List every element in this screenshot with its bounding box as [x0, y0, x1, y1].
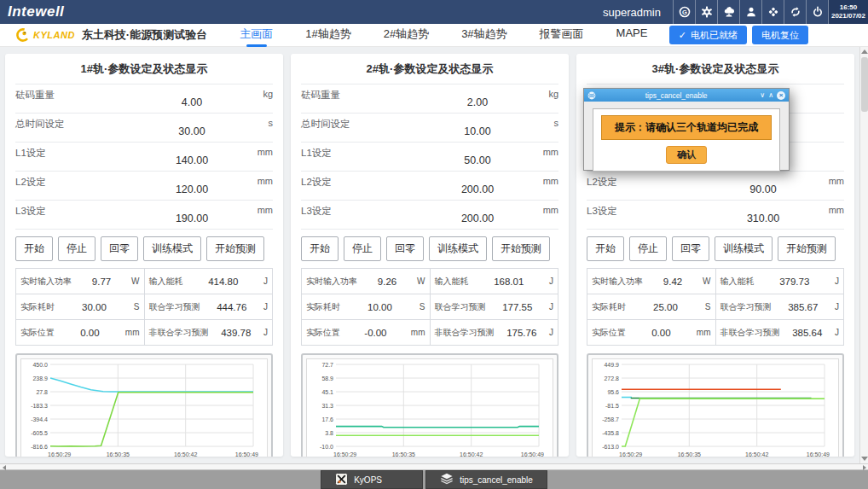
svg-text:95.6: 95.6	[607, 389, 619, 395]
user-icon[interactable]	[740, 0, 762, 24]
rail-panel-2: 2#轨·参数设定及状态显示砝码重量2.00kg总时间设定10.00sL1设定50…	[291, 54, 569, 457]
tab-3#轴趋势[interactable]: 3#轴趋势	[460, 23, 508, 47]
param-value: 310.00	[713, 201, 813, 229]
dialog-title: tips_cancel_enable	[596, 91, 756, 100]
taskbar-item-tips_cancel_enable[interactable]: tips_cancel_enable	[425, 470, 547, 489]
vertical-scrollbar[interactable]	[859, 47, 868, 463]
status-label: 实时输入功率	[592, 276, 643, 288]
scroll-down-arrow-icon[interactable]	[861, 455, 868, 463]
motor-ready-button[interactable]: ✓ 电机已就绪	[669, 26, 747, 44]
button-停止[interactable]: 停止	[344, 236, 381, 261]
dialog-close-icon[interactable]: ×	[777, 91, 785, 100]
param-unit: mm	[242, 172, 273, 200]
kyops-icon	[335, 473, 348, 487]
status-cell: 联合学习预测385.67J	[715, 294, 844, 319]
button-训练模式[interactable]: 训练模式	[715, 236, 773, 261]
svg-text:16:50:49: 16:50:49	[521, 451, 544, 457]
button-开始预测[interactable]: 开始预测	[778, 236, 836, 261]
dialog-app-icon	[587, 91, 596, 100]
svg-text:27.8: 27.8	[36, 389, 48, 395]
button-停止[interactable]: 停止	[58, 236, 95, 261]
button-开始预测[interactable]: 开始预测	[206, 236, 264, 261]
status-value: 175.76	[495, 328, 550, 338]
param-unit: mm	[242, 143, 273, 171]
status-unit: J	[263, 328, 268, 337]
button-开始[interactable]: 开始	[301, 236, 339, 261]
svg-text:58.9: 58.9	[321, 375, 333, 381]
param-unit	[813, 114, 844, 142]
motor-reset-button[interactable]: 电机复位	[752, 26, 808, 44]
status-label: 非联合学习预测	[720, 327, 780, 339]
topbar-icon-group: G	[673, 0, 829, 24]
status-value: 10.00	[340, 302, 420, 312]
trend-chart: 72.758.945.131.317.63.8-10.016:50:2916:5…	[301, 353, 558, 457]
vertical-scrollbar-thumb[interactable]	[861, 57, 868, 112]
status-unit: J	[835, 328, 839, 337]
button-停止[interactable]: 停止	[629, 236, 667, 261]
status-unit: J	[263, 302, 268, 311]
button-开始[interactable]: 开始	[15, 236, 53, 261]
nav-buttons: ✓ 电机已就绪 电机复位	[669, 26, 808, 44]
tips-dialog: tips_cancel_enable ∨ ∧ × 提示：请确认三个轨道均已完成 …	[583, 88, 790, 171]
button-回零[interactable]: 回零	[386, 236, 424, 261]
status-table: 实时输入功率9.77W输入能耗414.80J实际耗时30.00S联合学习预测44…	[15, 268, 273, 346]
panel-title: 3#轨·参数设定及状态显示	[587, 54, 844, 84]
status-cell: 实时输入功率9.77W	[16, 269, 144, 294]
dialog-minimize-icon[interactable]: ∨	[760, 92, 765, 99]
svg-text:16:50:35: 16:50:35	[392, 451, 415, 457]
button-回零[interactable]: 回零	[101, 236, 138, 261]
scroll-up-arrow-icon[interactable]	[861, 48, 868, 55]
horizontal-scrollbar[interactable]	[0, 463, 868, 470]
param-label: 总时间设定	[301, 114, 427, 142]
button-开始预测[interactable]: 开始预测	[492, 236, 550, 261]
trend-chart-plot: 449.9272.895.6-81.5-258.7-435.8-613.016:…	[592, 358, 839, 457]
clock: 16:50 2021/07/02	[829, 0, 868, 24]
svg-text:-613.0: -613.0	[602, 444, 619, 450]
topbar: Intewell superadmin G 16:50 2021/07/02	[0, 0, 868, 24]
apps-icon[interactable]	[762, 0, 784, 24]
status-cell: 输入能耗414.80J	[144, 269, 273, 294]
button-训练模式[interactable]: 训练模式	[429, 236, 487, 261]
status-value: 177.55	[486, 302, 550, 312]
svg-text:72.7: 72.7	[321, 362, 333, 368]
param-label: L3设定	[301, 201, 427, 229]
globe-g-icon[interactable]: G	[674, 0, 696, 24]
cloud-upload-icon[interactable]	[718, 0, 740, 24]
taskbar-item-KyOPS[interactable]: KyOPS	[321, 470, 423, 489]
status-row: 实际位置-0.00mm非联合学习预测175.76J	[302, 320, 558, 346]
panel-title: 2#轨·参数设定及状态显示	[301, 54, 558, 84]
sync-icon[interactable]	[784, 0, 807, 24]
svg-text:17.6: 17.6	[321, 416, 333, 422]
param-label: 砝码重量	[301, 84, 427, 113]
status-row: 实际位置0.00mm非联合学习预测385.64J	[587, 320, 843, 346]
param-value: 190.00	[142, 201, 242, 229]
power-icon[interactable]	[807, 0, 829, 24]
dialog-maximize-icon[interactable]: ∧	[768, 92, 773, 99]
settings-icon[interactable]	[696, 0, 718, 24]
dialog-body: 提示：请确认三个轨道均已完成 确认	[584, 102, 789, 178]
trend-chart-plot: 450.0238.927.8-183.3-394.4-605.5-816.616…	[20, 358, 268, 457]
param-row: L2设定120.00mm	[15, 172, 273, 201]
status-unit: mm	[411, 328, 425, 337]
status-unit: S	[134, 302, 140, 311]
svg-text:-258.7: -258.7	[602, 416, 619, 422]
button-训练模式[interactable]: 训练模式	[143, 236, 201, 261]
status-label: 实时输入功率	[306, 276, 357, 288]
svg-text:3.8: 3.8	[325, 430, 333, 436]
button-开始[interactable]: 开始	[587, 236, 624, 261]
tab-MAPE[interactable]: MAPE	[615, 23, 650, 47]
tab-报警画面[interactable]: 报警画面	[538, 23, 586, 47]
tab-2#轴趋势[interactable]: 2#轴趋势	[382, 23, 431, 47]
username-label: superadmin	[603, 6, 661, 19]
tab-1#轴趋势[interactable]: 1#轴趋势	[304, 23, 352, 47]
dialog-titlebar[interactable]: tips_cancel_enable ∨ ∧ ×	[584, 89, 789, 102]
param-row: 砝码重量2.00kg	[301, 84, 558, 114]
tab-主画面[interactable]: 主画面	[238, 23, 275, 47]
svg-text:16:50:29: 16:50:29	[48, 451, 71, 457]
confirm-button[interactable]: 确认	[666, 146, 707, 164]
button-回零[interactable]: 回零	[672, 236, 709, 261]
status-label: 非联合学习预测	[435, 327, 495, 339]
param-label: L3设定	[587, 201, 713, 229]
status-cell: 实际位置-0.00mm	[302, 320, 430, 345]
param-label: 砝码重量	[15, 84, 142, 113]
